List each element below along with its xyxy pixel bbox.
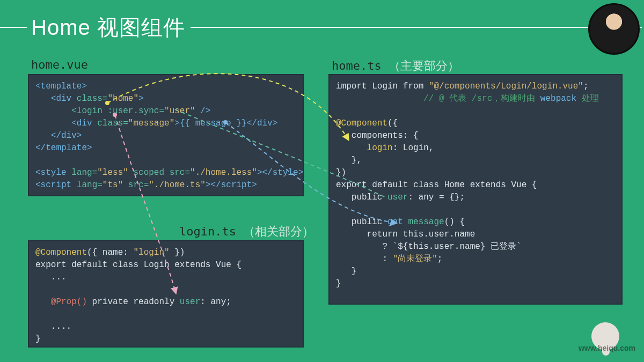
- page-title: Home 视图组件: [31, 13, 185, 42]
- label-home-ts-note: （主要部分）: [389, 59, 459, 72]
- avatar: [588, 3, 640, 55]
- code-home-vue: <template> <div class="home"> <login :us…: [28, 74, 304, 196]
- label-login-ts: login.ts （相关部分）: [179, 224, 314, 240]
- title-line-left: [0, 27, 27, 28]
- title-row: Home 视图组件: [0, 14, 644, 41]
- watermark-text: www.heiqu.com: [579, 344, 635, 352]
- label-home-vue: home.vue: [31, 58, 88, 71]
- label-login-ts-note: （相关部分）: [243, 225, 314, 238]
- label-home-ts-name: home.ts: [332, 59, 382, 72]
- label-home-ts: home.ts （主要部分）: [332, 58, 459, 74]
- code-home-ts: import Login from "@/components/Login/lo…: [328, 74, 623, 305]
- code-login-ts: @Component({ name: "login" }) export def…: [28, 240, 304, 348]
- title-line-right: [191, 27, 642, 28]
- label-login-ts-name: login.ts: [179, 225, 236, 238]
